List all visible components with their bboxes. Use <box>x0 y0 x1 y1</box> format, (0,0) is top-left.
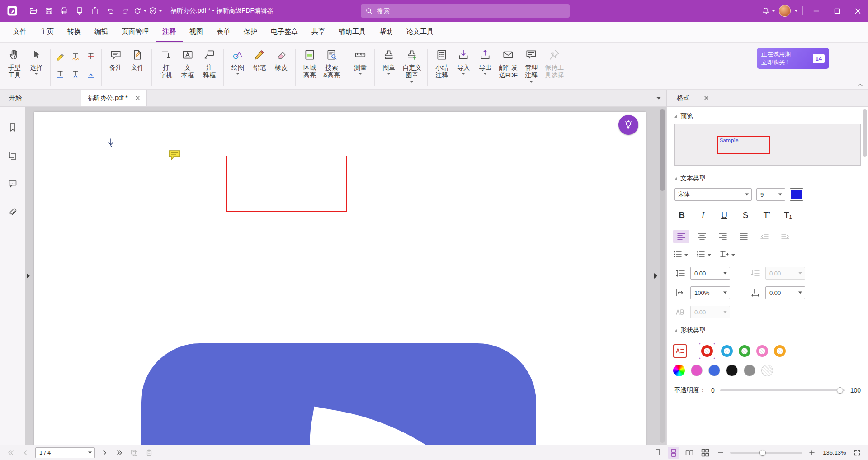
zoom-slider[interactable] <box>730 452 802 454</box>
page-thumbnails-button[interactable] <box>5 148 20 163</box>
scrollbar-thumb[interactable] <box>660 109 665 191</box>
note-tool-button[interactable]: 备注 <box>105 44 127 72</box>
zoom-level[interactable]: 136.13% <box>821 449 848 456</box>
menu-share[interactable]: 共享 <box>305 22 332 42</box>
decrease-indent-button[interactable] <box>756 230 773 243</box>
menu-organize[interactable]: 页面管理 <box>115 22 156 42</box>
align-left-button[interactable] <box>673 230 689 243</box>
page-number-select[interactable]: 1 / 4 <box>35 447 95 458</box>
preview-section-header[interactable]: 预览 <box>667 108 868 123</box>
shape-color-pink[interactable] <box>756 345 768 357</box>
line-spacing-select[interactable]: 0.00 <box>690 267 730 280</box>
replace-text-tool-button[interactable] <box>69 68 82 81</box>
menu-convert[interactable]: 转换 <box>61 22 88 42</box>
shape-color-gray[interactable] <box>744 365 755 376</box>
redo-button[interactable] <box>118 3 133 19</box>
document-canvas[interactable] <box>25 107 666 445</box>
menu-thesis-tools[interactable]: 论文工具 <box>400 22 440 42</box>
previous-page-button[interactable] <box>20 447 31 458</box>
panel-close-button[interactable] <box>704 95 709 100</box>
superscript-button[interactable]: T′ <box>758 208 775 223</box>
single-page-view-button[interactable] <box>652 447 664 459</box>
tab-list-dropdown[interactable] <box>656 97 661 99</box>
typewriter-tool-button[interactable]: 打 字机 <box>155 44 177 80</box>
keep-tool-selected-button[interactable]: 保持工 具选择 <box>542 44 566 80</box>
shape-color-red[interactable] <box>701 345 713 357</box>
shape-color-magenta[interactable] <box>691 365 703 376</box>
pdf-page[interactable] <box>34 112 646 445</box>
bookmarks-panel-button[interactable] <box>5 120 20 135</box>
account-dropdown-caret[interactable] <box>794 10 798 12</box>
email-fdf-button[interactable]: 邮件发 送FDF <box>496 44 520 80</box>
callout-tool-button[interactable]: 注 释框 <box>198 44 220 80</box>
strikethrough-button[interactable]: S <box>737 208 754 223</box>
menu-home[interactable]: 主页 <box>33 22 61 42</box>
increase-indent-button[interactable] <box>777 230 793 243</box>
insert-text-tool-button[interactable] <box>85 68 97 81</box>
strikeout-tool-button[interactable] <box>85 50 97 62</box>
note-annotation[interactable] <box>168 150 181 162</box>
subscript-button[interactable]: T₁ <box>779 208 797 223</box>
opacity-slider[interactable] <box>720 389 845 391</box>
squiggly-tool-button[interactable] <box>69 50 82 62</box>
notifications-button[interactable] <box>762 3 777 19</box>
vertical-scrollbar[interactable] <box>660 109 665 443</box>
menu-esign[interactable]: 电子签章 <box>264 22 305 42</box>
insert-text-cursor-annotation[interactable] <box>107 138 115 149</box>
zoom-out-button[interactable] <box>715 447 726 458</box>
facing-view-button[interactable] <box>684 447 695 459</box>
slider-thumb[interactable] <box>837 387 843 394</box>
text-direction-button[interactable] <box>719 251 735 258</box>
draw-tool-button[interactable]: 绘图 <box>227 44 249 75</box>
shape-color-cyan[interactable] <box>721 345 733 357</box>
menu-edit[interactable]: 编辑 <box>88 22 115 42</box>
font-family-select[interactable]: 宋体 <box>674 188 752 201</box>
last-page-button[interactable] <box>114 447 125 458</box>
text-style-shape-button[interactable] <box>673 344 687 358</box>
facing-continuous-view-button[interactable] <box>699 447 711 459</box>
account-avatar[interactable] <box>777 3 793 19</box>
zoom-in-button[interactable] <box>807 447 817 458</box>
custom-stamp-tool-button[interactable]: 自定义 图章 <box>400 44 424 83</box>
fullscreen-button[interactable] <box>852 447 863 458</box>
search-box[interactable] <box>361 4 570 18</box>
tab-document-active[interactable]: 福昕办公.pdf * <box>81 90 147 106</box>
slider-thumb[interactable] <box>760 450 766 456</box>
pencil-tool-button[interactable]: 铅笔 <box>249 44 270 72</box>
character-scale-select[interactable]: 100% <box>690 286 730 299</box>
clipboard-button[interactable] <box>144 447 155 458</box>
shape-color-blue[interactable] <box>708 365 720 376</box>
attachments-panel-button[interactable] <box>5 204 20 219</box>
menu-file[interactable]: 文件 <box>6 22 33 42</box>
panel-scrollbar-thumb[interactable] <box>863 109 867 157</box>
eraser-tool-button[interactable]: 橡皮 <box>270 44 292 72</box>
search-highlight-tool-button[interactable]: 搜索 &高亮 <box>321 44 343 80</box>
continuous-view-button[interactable] <box>668 447 679 459</box>
menu-help[interactable]: 帮助 <box>373 22 400 42</box>
underline-button[interactable]: U <box>716 208 733 223</box>
maximize-button[interactable] <box>826 0 847 22</box>
area-highlight-tool-button[interactable]: 区域 高亮 <box>299 44 321 80</box>
shape-color-black[interactable] <box>726 365 738 376</box>
text-type-section-header[interactable]: 文本类型 <box>667 170 868 185</box>
undo-button[interactable] <box>103 3 118 19</box>
measure-tool-button[interactable]: 测量 <box>349 44 371 75</box>
shape-type-section-header[interactable]: 形状类型 <box>667 318 868 337</box>
save-button[interactable] <box>41 3 57 19</box>
first-page-button[interactable] <box>5 447 16 458</box>
next-page-button[interactable] <box>99 447 110 458</box>
export-comments-button[interactable]: 导出 <box>474 44 496 75</box>
hand-tool-button[interactable]: 手型 工具 <box>4 44 25 80</box>
bullet-list-button[interactable] <box>673 251 688 258</box>
close-button[interactable] <box>847 0 868 22</box>
protect-menu-button[interactable] <box>149 3 164 19</box>
trial-purchase-button[interactable]: 正在试用期 立即购买！ 14 <box>757 48 829 69</box>
shape-color-green[interactable] <box>739 345 750 357</box>
menu-accessibility[interactable]: 辅助工具 <box>332 22 373 42</box>
select-tool-button[interactable]: 选择 <box>25 44 47 75</box>
menu-view[interactable]: 视图 <box>183 22 210 42</box>
rectangle-annotation[interactable] <box>226 156 347 212</box>
assistant-lightbulb-button[interactable] <box>618 115 638 135</box>
kerning-select[interactable]: 0.00 <box>690 306 730 318</box>
tab-start-page[interactable]: 开始 <box>0 90 81 106</box>
